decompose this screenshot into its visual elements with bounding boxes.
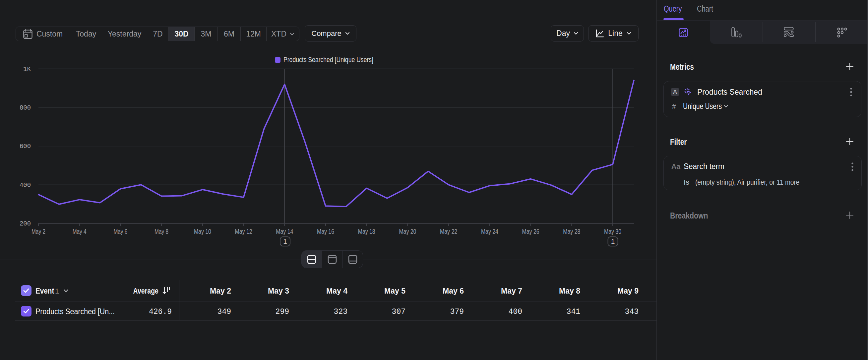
- svg-text:1: 1: [283, 238, 287, 245]
- svg-text:May 30: May 30: [604, 227, 621, 235]
- svg-text:May 28: May 28: [563, 227, 580, 235]
- svg-text:May 2: May 2: [31, 227, 45, 235]
- svg-text:May 4: May 4: [72, 227, 87, 235]
- svg-text:May 10: May 10: [194, 227, 211, 235]
- svg-text:May 26: May 26: [522, 227, 539, 235]
- svg-text:200: 200: [20, 220, 31, 227]
- svg-text:1K: 1K: [23, 65, 31, 73]
- svg-text:May 14: May 14: [276, 227, 293, 235]
- svg-text:400: 400: [20, 181, 31, 189]
- svg-text:May 22: May 22: [440, 227, 457, 235]
- svg-text:May 6: May 6: [114, 227, 127, 235]
- svg-text:800: 800: [20, 104, 31, 112]
- svg-text:May 18: May 18: [358, 227, 375, 235]
- svg-text:600: 600: [20, 142, 31, 150]
- svg-text:May 24: May 24: [481, 227, 498, 235]
- svg-text:1: 1: [611, 238, 615, 245]
- svg-text:May 12: May 12: [235, 227, 252, 235]
- svg-text:May 8: May 8: [155, 227, 168, 235]
- svg-text:May 16: May 16: [317, 227, 334, 235]
- svg-text:May 20: May 20: [399, 227, 416, 235]
